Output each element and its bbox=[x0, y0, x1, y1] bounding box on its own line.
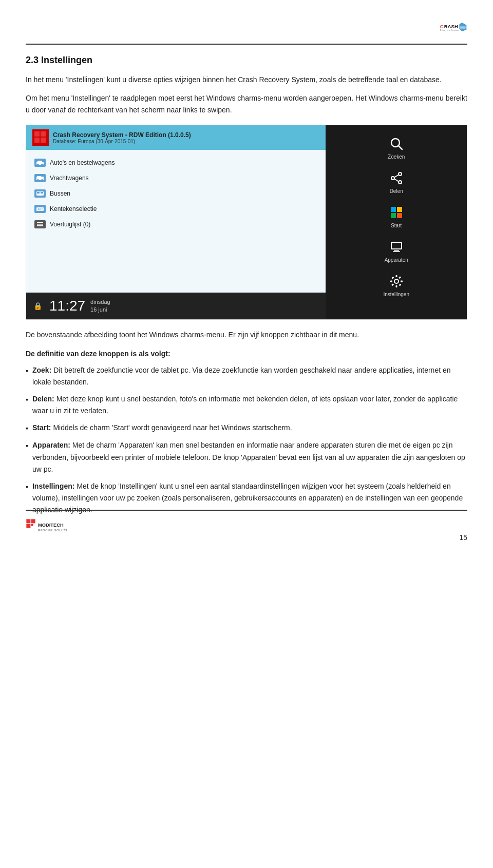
svg-point-15 bbox=[41, 164, 43, 166]
svg-rect-11 bbox=[41, 138, 46, 143]
bullet-text-0: Zoek: Dit betreft de zoekfunctie voor de… bbox=[32, 364, 467, 388]
app-titlebar: Crash Recovery System - RDW Edition (1.0… bbox=[26, 125, 326, 150]
app-title-text: Crash Recovery System - RDW Edition (1.0… bbox=[53, 131, 191, 139]
bullet-term-0: Zoek: bbox=[32, 366, 51, 374]
menu-item-icon-list bbox=[34, 220, 46, 228]
charm-zoeken: Zoeken bbox=[388, 136, 405, 160]
menu-item-label-1: Vrachtwagens bbox=[50, 175, 89, 182]
svg-rect-48 bbox=[401, 281, 403, 282]
charm-apparaten-icon bbox=[388, 239, 405, 255]
screenshot-left-panel: Crash Recovery System - RDW Edition (1.0… bbox=[26, 125, 326, 319]
app-subtitle-text: Database: Europa (30-Apr-2015-01) bbox=[53, 139, 191, 144]
svg-point-18 bbox=[37, 179, 39, 181]
svg-rect-56 bbox=[31, 524, 33, 526]
menu-item-3: AB-12 Kentekenselectie bbox=[26, 201, 326, 217]
bullet-text-3: Apparaten: Met de charm 'Apparaten' kan … bbox=[32, 439, 467, 475]
clock-icon: 🔒 bbox=[33, 302, 42, 310]
charm-instellingen-label: Instellingen bbox=[383, 292, 409, 297]
svg-rect-21 bbox=[37, 192, 40, 194]
charm-delen-icon bbox=[388, 170, 405, 186]
svg-point-44 bbox=[394, 279, 399, 283]
menu-item-1: Vrachtwagens bbox=[26, 170, 326, 186]
bullet-text-1: Delen: Met deze knop kunt u snel bestand… bbox=[32, 393, 467, 417]
svg-point-19 bbox=[41, 179, 43, 181]
intro-para-1: In het menu 'Instellingen' kunt u divers… bbox=[26, 74, 467, 85]
charm-apparaten: Apparaten bbox=[385, 239, 408, 263]
charm-instellingen: Instellingen bbox=[383, 273, 409, 297]
svg-rect-40 bbox=[397, 213, 402, 218]
bullet-item-0: Zoek: Dit betreft de zoekfunctie voor de… bbox=[26, 364, 467, 388]
svg-rect-51 bbox=[391, 283, 394, 286]
page-number: 15 bbox=[459, 533, 467, 542]
menu-item-0: Auto's en bestelwagens bbox=[26, 155, 326, 170]
page-header: C RASH Recovery System bbox=[26, 15, 467, 45]
bullet-body-0: Dit betreft de zoekfunctie voor de table… bbox=[32, 366, 451, 386]
bullet-body-3: Met de charm 'Apparaten' kan men snel be… bbox=[32, 441, 465, 473]
menu-item-icon-car bbox=[34, 159, 46, 167]
svg-rect-38 bbox=[397, 207, 402, 212]
svg-rect-9 bbox=[41, 131, 46, 137]
crash-recovery-logo-svg: C RASH Recovery System bbox=[439, 15, 467, 38]
bullet-term-1: Delen: bbox=[32, 395, 54, 403]
svg-rect-55 bbox=[26, 524, 30, 528]
svg-point-14 bbox=[37, 164, 39, 166]
charm-apparaten-label: Apparaten bbox=[385, 257, 408, 263]
menu-item-icon-kenteken: AB-12 bbox=[34, 205, 46, 213]
bullet-term-4: Instellingen: bbox=[32, 482, 74, 490]
svg-rect-39 bbox=[391, 213, 396, 218]
bullet-term-2: Start: bbox=[32, 423, 51, 432]
menu-item-icon-truck bbox=[34, 174, 46, 182]
menu-item-4: Voertuiglijst (0) bbox=[26, 217, 326, 232]
charms-bar: Zoeken Delen Start bbox=[326, 125, 467, 319]
menu-item-label-2: Bussen bbox=[50, 190, 70, 197]
svg-rect-27 bbox=[37, 222, 43, 223]
clock-date-area: dinsdag 16 juni bbox=[90, 298, 110, 314]
bullets-list: Zoek: Dit betreft de zoekfunctie voor de… bbox=[26, 364, 467, 516]
bullet-item-3: Apparaten: Met de charm 'Apparaten' kan … bbox=[26, 439, 467, 475]
clock-day: dinsdag bbox=[90, 298, 110, 306]
svg-point-34 bbox=[399, 181, 402, 184]
svg-point-33 bbox=[391, 177, 394, 180]
app-menu-items: Auto's en bestelwagens Vrachtwagens Buss… bbox=[26, 150, 326, 293]
svg-point-32 bbox=[399, 172, 402, 176]
svg-text:Recovery System: Recovery System bbox=[440, 29, 459, 31]
svg-rect-37 bbox=[391, 207, 396, 212]
charm-zoeken-icon bbox=[388, 136, 405, 152]
bullet-text-2: Start: Middels de charm 'Start' wordt ge… bbox=[32, 422, 292, 434]
page-footer: MODITECH RESCUE SOLUTIONS 15 bbox=[26, 510, 467, 542]
svg-rect-52 bbox=[399, 276, 401, 279]
charm-start-label: Start bbox=[391, 223, 402, 228]
bullet-body-2: Middels de charm 'Start' wordt genavigee… bbox=[53, 423, 292, 432]
bullet-item-2: Start: Middels de charm 'Start' wordt ge… bbox=[26, 422, 467, 434]
svg-rect-17 bbox=[37, 176, 41, 178]
svg-rect-53 bbox=[26, 519, 30, 523]
svg-rect-47 bbox=[390, 281, 392, 282]
svg-rect-10 bbox=[34, 138, 40, 143]
moditech-logo-svg: MODITECH RESCUE SOLUTIONS bbox=[26, 516, 67, 542]
svg-rect-22 bbox=[41, 192, 43, 194]
svg-text:RESCUE SOLUTIONS: RESCUE SOLUTIONS bbox=[38, 529, 67, 532]
charm-start-icon bbox=[388, 204, 405, 221]
svg-rect-29 bbox=[37, 225, 43, 226]
svg-rect-28 bbox=[37, 224, 43, 225]
svg-rect-49 bbox=[391, 277, 394, 279]
bullet-body-1: Met deze knop kunt u snel bestanden, fot… bbox=[32, 395, 458, 415]
svg-line-35 bbox=[394, 175, 399, 177]
charm-delen: Delen bbox=[388, 170, 405, 194]
screenshot-charms-menu: Crash Recovery System - RDW Edition (1.0… bbox=[26, 125, 467, 320]
page-container: C RASH Recovery System 2.3 Instellingen … bbox=[0, 0, 493, 552]
crs-logo: C RASH Recovery System bbox=[439, 15, 467, 38]
bullet-body-4: Met de knop 'Instellingen' kunt u snel e… bbox=[32, 482, 463, 514]
menu-item-2: Bussen bbox=[26, 186, 326, 201]
menu-item-label-3: Kentekenselectie bbox=[50, 205, 97, 213]
clock-date-day: 16 juni bbox=[90, 306, 110, 314]
svg-rect-13 bbox=[37, 161, 42, 163]
definition-heading: De definitie van deze knoppen is als vol… bbox=[26, 348, 467, 359]
svg-rect-46 bbox=[395, 285, 397, 287]
footer-logo: MODITECH RESCUE SOLUTIONS bbox=[26, 516, 67, 542]
svg-text:RASH: RASH bbox=[444, 24, 458, 29]
svg-rect-41 bbox=[391, 242, 402, 249]
bullet-term-3: Apparaten: bbox=[32, 441, 70, 449]
clock-time: 11:27 bbox=[49, 298, 85, 314]
screenshot-clock: 🔒 11:27 dinsdag 16 juni bbox=[26, 293, 326, 319]
